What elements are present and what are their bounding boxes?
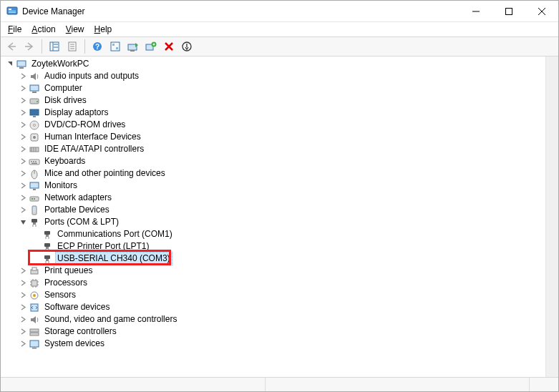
maximize-button[interactable]: [492, 1, 525, 22]
chevron-right-icon[interactable]: [18, 339, 28, 349]
chevron-right-icon[interactable]: [18, 132, 28, 142]
tree-item-label: USB-SERIAL CH340 (COM3): [56, 253, 172, 265]
tree-category-audio[interactable]: Audio inputs and outputs: [2, 70, 545, 82]
tree-root-label: ZoytekWorkPC: [30, 58, 90, 70]
tree-category-label: Portable Devices: [43, 204, 111, 216]
sysdev-icon: [29, 338, 40, 350]
svg-rect-32: [30, 85, 39, 91]
tree-category-storage[interactable]: Storage controllers: [2, 325, 545, 338]
chevron-down-icon[interactable]: [5, 59, 15, 69]
show-hide-tree-button[interactable]: [47, 39, 62, 54]
tree-category-network[interactable]: Network adapters: [2, 192, 545, 204]
svg-rect-56: [31, 198, 33, 200]
toolbar-separator: [42, 39, 42, 54]
chevron-right-icon[interactable]: [18, 144, 28, 155]
tree-category-processors[interactable]: Processors: [2, 277, 545, 289]
storage-icon: [29, 326, 40, 338]
tree-item-label: ECP Printer Port (LPT1): [56, 240, 150, 253]
disable-device-button[interactable]: [161, 39, 177, 54]
content-area: ZoytekWorkPC Audio inputs and outputsCom…: [1, 57, 558, 377]
tree-category-label: Ports (COM & LPT): [43, 216, 120, 228]
svg-rect-92: [30, 340, 39, 347]
ide-icon: [29, 144, 40, 155]
tree-category-keyboards[interactable]: Keyboards: [2, 155, 545, 167]
menu-action[interactable]: Action: [27, 24, 59, 35]
svg-rect-31: [19, 67, 24, 69]
chevron-right-icon[interactable]: [18, 290, 28, 300]
tree-category-label: Display adaptors: [43, 107, 110, 119]
keyboards-icon: [29, 156, 40, 167]
tree-category-dvd[interactable]: DVD/CD-ROM drives: [2, 119, 545, 131]
chevron-right-icon[interactable]: [18, 193, 28, 203]
update-driver-button[interactable]: [125, 39, 141, 54]
svg-rect-18: [111, 42, 120, 51]
chevron-right-icon[interactable]: [18, 327, 28, 337]
computer-icon: [16, 59, 27, 70]
tree-category-softdev[interactable]: Software devices: [2, 301, 545, 313]
scrollbar-vertical[interactable]: [546, 57, 558, 377]
help-button[interactable]: ?: [89, 39, 105, 54]
tree-category-ide[interactable]: IDE ATA/ATAPI controllers: [2, 143, 545, 155]
chevron-right-icon[interactable]: [18, 96, 28, 106]
chevron-right-icon[interactable]: [18, 315, 28, 325]
tree-item-lpt1[interactable]: ECP Printer Port (LPT1): [2, 240, 545, 253]
tree-category-computer[interactable]: Computer: [2, 82, 545, 94]
network-icon: [29, 192, 40, 204]
chevron-right-icon[interactable]: [18, 266, 28, 276]
menu-file[interactable]: File: [4, 24, 26, 35]
chevron-right-icon[interactable]: [18, 181, 28, 191]
tree-item-ch340[interactable]: USB-SERIAL CH340 (COM3): [2, 253, 545, 265]
tree-category-mice[interactable]: Mice and other pointing devices: [2, 167, 545, 180]
tree-category-label: Monitors: [43, 180, 79, 192]
app-icon: [6, 6, 18, 17]
chevron-right-icon[interactable]: [18, 157, 28, 167]
chevron-right-icon[interactable]: [18, 72, 28, 82]
device-tree[interactable]: ZoytekWorkPC Audio inputs and outputsCom…: [1, 57, 546, 377]
tree-category-disk[interactable]: Disk drives: [2, 94, 545, 107]
menu-help[interactable]: Help: [90, 24, 117, 35]
chevron-right-icon[interactable]: [18, 84, 28, 94]
tree-category-sound[interactable]: Sound, video and game controllers: [2, 313, 545, 325]
chevron-right-icon[interactable]: [18, 108, 28, 118]
back-button[interactable]: [4, 39, 19, 54]
tree-category-printq[interactable]: Print queues: [2, 265, 545, 277]
chevron-right-icon[interactable]: [18, 278, 28, 288]
tree-category-hid[interactable]: Human Interface Devices: [2, 131, 545, 143]
tree-root[interactable]: ZoytekWorkPC: [2, 58, 545, 70]
printq-icon: [29, 265, 40, 277]
toolbar-separator: [84, 39, 85, 54]
chevron-right-icon[interactable]: [18, 205, 28, 215]
tree-category-monitors[interactable]: Monitors: [2, 180, 545, 192]
svg-rect-68: [44, 243, 50, 247]
tree-category-label: Human Interface Devices: [43, 131, 142, 143]
enable-device-button[interactable]: [179, 39, 195, 54]
scan-hardware-button[interactable]: [107, 39, 123, 54]
svg-rect-65: [46, 235, 49, 237]
mice-icon: [29, 168, 40, 180]
tree-category-sysdev[interactable]: System devices: [2, 338, 545, 350]
tree-category-portable[interactable]: Portable Devices: [2, 204, 545, 216]
chevron-down-icon[interactable]: [18, 217, 28, 227]
tree-category-display[interactable]: Display adaptors: [2, 107, 545, 119]
svg-rect-53: [30, 182, 39, 188]
chevron-right-icon[interactable]: [18, 120, 28, 130]
close-button[interactable]: [525, 1, 558, 22]
softdev-icon: [29, 302, 40, 313]
tree-item-com1[interactable]: Communications Port (COM1): [2, 228, 545, 240]
uninstall-device-button[interactable]: [143, 39, 159, 54]
properties-button[interactable]: [64, 39, 80, 54]
svg-rect-60: [31, 219, 37, 222]
tree-category-sensors[interactable]: Sensors: [2, 289, 545, 301]
svg-point-35: [37, 101, 38, 102]
svg-point-41: [33, 136, 36, 139]
tree-category-ports[interactable]: Ports (COM & LPT): [2, 216, 545, 228]
svg-rect-47: [31, 161, 32, 162]
menu-view[interactable]: View: [62, 24, 89, 35]
minimize-button[interactable]: [460, 1, 492, 22]
svg-rect-1: [9, 9, 11, 10]
chevron-right-icon[interactable]: [18, 303, 28, 313]
svg-rect-78: [31, 280, 37, 286]
monitors-icon: [29, 180, 40, 192]
chevron-right-icon[interactable]: [18, 169, 28, 179]
forward-button[interactable]: [21, 39, 37, 54]
